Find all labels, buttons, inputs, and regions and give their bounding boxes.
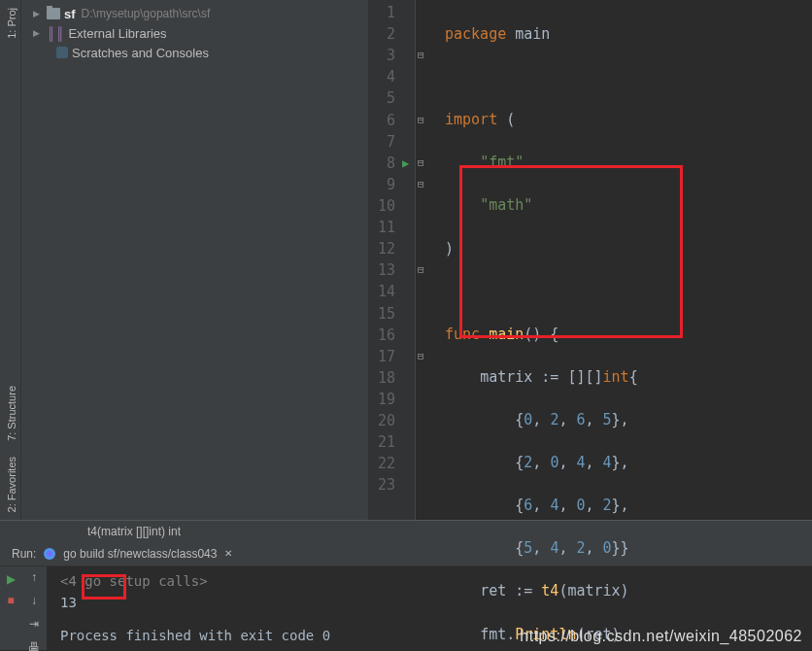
project-tree[interactable]: ▶ sf D:\mysetup\gopath\src\sf ▶ ║║ Exter… [21, 0, 369, 520]
fold-icon[interactable]: ⊟ [418, 110, 424, 131]
run-toolbar-2: ↑ ↓ ⇥ 🖶 [21, 566, 47, 650]
stop-button[interactable]: ■ [2, 592, 19, 609]
tree-node-sf[interactable]: ▶ sf D:\mysetup\gopath\src\sf [21, 4, 368, 23]
up-icon[interactable]: ↑ [25, 570, 43, 584]
run-gutter-icon[interactable]: ▶ [402, 153, 409, 174]
fold-column[interactable]: ▶ ⊟ ⊟ ⊟ ⊟ ⊟ ⊟ [416, 0, 429, 520]
close-icon[interactable]: ✕ [224, 548, 232, 559]
fold-icon[interactable]: ⊟ [418, 153, 424, 174]
run-label: Run: [12, 547, 36, 561]
tree-label: Scratches and Consoles [72, 46, 209, 60]
tree-label: sf [64, 7, 76, 21]
fold-icon[interactable]: ⊟ [418, 346, 424, 367]
chevron-right-icon: ▶ [33, 28, 43, 38]
fold-icon[interactable]: ⊟ [418, 259, 424, 281]
go-icon [44, 548, 55, 560]
fold-icon[interactable]: ⊟ [418, 174, 424, 195]
tab-favorites[interactable]: 2: Favorites [0, 449, 20, 520]
watermark: https://blog.csdn.net/weixin_48502062 [520, 628, 802, 645]
breadcrumb-item[interactable]: t4(matrix [][]int) int [87, 525, 181, 538]
folder-icon [47, 8, 60, 19]
rerun-button[interactable]: ▶ [2, 570, 19, 588]
scratch-icon [56, 47, 68, 58]
wrap-icon[interactable]: ⇥ [25, 617, 43, 631]
library-icon: ║║ [47, 26, 64, 41]
left-tab-strip: 1: Proj 7: Structure 2: Favorites [0, 0, 21, 520]
print-icon[interactable]: 🖶 [25, 640, 43, 651]
tree-label: External Libraries [68, 26, 166, 41]
tab-project[interactable]: 1: Proj [0, 0, 20, 47]
chevron-right-icon: ▶ [33, 9, 43, 18]
fold-icon[interactable]: ⊟ [418, 45, 424, 66]
tree-node-scratches[interactable]: Scratches and Consoles [21, 43, 368, 62]
down-icon[interactable]: ↓ [25, 594, 43, 607]
run-config-name[interactable]: go build sf/newclass/class043 [63, 547, 217, 561]
highlight-box [82, 574, 126, 600]
tree-node-external-libs[interactable]: ▶ ║║ External Libraries [21, 23, 368, 43]
line-gutter: 123456789101112 1314151617181920212223 [369, 0, 416, 520]
run-toolbar-1: ▶ ■ [0, 566, 21, 650]
tab-structure[interactable]: 7: Structure [0, 378, 20, 449]
tree-path: D:\mysetup\gopath\src\sf [82, 7, 211, 20]
highlight-box [459, 165, 683, 338]
